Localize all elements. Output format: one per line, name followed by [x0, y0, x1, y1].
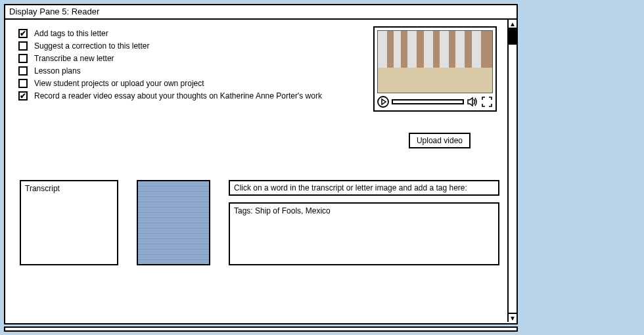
video-thumbnail[interactable] — [377, 30, 493, 93]
checklist-item-label: Transcribe a new letter — [34, 54, 114, 63]
scroll-thumb[interactable] — [509, 29, 517, 45]
scroll-down-icon[interactable]: ▼ — [509, 313, 517, 322]
window-title-bar: Display Pane 5: Reader — [5, 5, 517, 20]
checkbox-icon[interactable] — [18, 66, 28, 76]
upload-video-row: Upload video — [409, 133, 471, 148]
svg-marker-1 — [382, 99, 386, 104]
play-icon[interactable] — [377, 96, 389, 108]
pane-body: ✔ Add tags to this letter Suggest a corr… — [5, 20, 517, 322]
upload-video-button[interactable]: Upload video — [409, 133, 471, 148]
transcript-heading: Transcript — [25, 184, 60, 193]
tags-text: Tags: Ship of Fools, Mexico — [234, 206, 331, 215]
checklist-item-label: Lesson plans — [34, 66, 81, 76]
letter-image-thumbnail[interactable] — [137, 180, 210, 265]
svg-marker-2 — [468, 98, 472, 106]
checkbox-icon[interactable] — [18, 54, 28, 63]
volume-icon[interactable] — [467, 96, 478, 108]
checkbox-icon[interactable]: ✔ — [18, 91, 28, 100]
svg-point-0 — [378, 97, 388, 107]
video-player-panel — [373, 26, 497, 112]
tag-hint-bar: Click on a word in the transcript or let… — [229, 180, 499, 196]
horizontal-scrollbar[interactable] — [4, 326, 518, 332]
checklist-item-label: Suggest a correction to this letter — [34, 41, 149, 51]
checklist-item-label: View student projects or upload your own… — [34, 79, 204, 88]
checkbox-icon[interactable]: ✔ — [18, 29, 28, 38]
checklist-item-label: Record a reader video essay about your t… — [34, 91, 322, 100]
window-title: Display Pane 5: Reader — [9, 7, 99, 16]
vertical-scrollbar[interactable]: ▲ ▼ — [507, 20, 517, 322]
checklist-item-label: Add tags to this letter — [34, 29, 108, 38]
tags-box[interactable]: Tags: Ship of Fools, Mexico — [229, 202, 499, 265]
checkbox-icon[interactable] — [18, 41, 28, 51]
scroll-up-icon[interactable]: ▲ — [509, 20, 517, 29]
reader-pane-window: Display Pane 5: Reader ✔ Add tags to thi… — [4, 4, 518, 324]
lower-section: Transcript Click on a word in the transc… — [20, 180, 499, 265]
transcript-box[interactable]: Transcript — [20, 180, 118, 265]
video-progress-bar[interactable] — [392, 99, 464, 104]
tagging-column: Click on a word in the transcript or let… — [229, 180, 499, 265]
video-controls — [377, 96, 493, 108]
fullscreen-icon[interactable] — [481, 96, 493, 108]
tag-hint-text: Click on a word in the transcript or let… — [234, 183, 467, 192]
checkbox-icon[interactable] — [18, 79, 28, 88]
